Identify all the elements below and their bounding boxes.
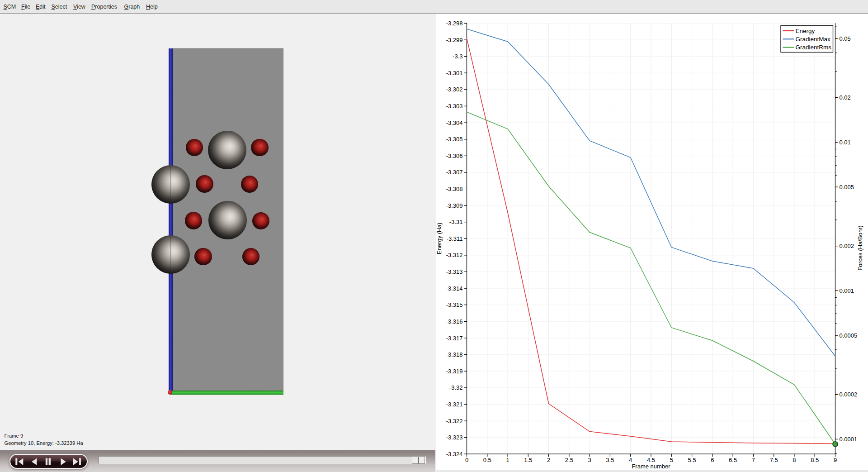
svg-text:0.0001: 0.0001 [840, 436, 858, 443]
svg-text:9: 9 [834, 457, 837, 463]
svg-text:6: 6 [711, 457, 714, 463]
svg-text:-3.312: -3.312 [446, 252, 463, 258]
svg-text:7: 7 [752, 457, 755, 463]
svg-text:-3.303: -3.303 [446, 103, 463, 110]
svg-text:-3.321: -3.321 [446, 401, 463, 408]
svg-text:6.5: 6.5 [729, 457, 737, 463]
svg-text:-3.32: -3.32 [449, 384, 463, 391]
svg-text:0.002: 0.002 [840, 243, 854, 249]
svg-text:-3.304: -3.304 [446, 119, 463, 126]
svg-text:1.5: 1.5 [524, 457, 532, 463]
svg-text:-3.298: -3.298 [446, 20, 463, 27]
svg-text:0.02: 0.02 [840, 94, 851, 101]
svg-text:Energy (Ha): Energy (Ha) [436, 223, 443, 254]
svg-text:0.005: 0.005 [840, 184, 854, 191]
svg-text:-3.315: -3.315 [446, 301, 463, 308]
svg-text:0.05: 0.05 [840, 35, 851, 42]
svg-text:0.0002: 0.0002 [840, 391, 858, 398]
svg-text:4: 4 [629, 457, 632, 463]
svg-text:Forces (Ha/Bohr): Forces (Ha/Bohr) [857, 225, 863, 271]
svg-text:GradientRms: GradientRms [796, 44, 832, 51]
svg-text:-3.3: -3.3 [453, 53, 462, 60]
svg-text:-3.319: -3.319 [446, 368, 463, 375]
svg-text:8.5: 8.5 [811, 457, 819, 463]
svg-text:0.001: 0.001 [840, 287, 854, 294]
svg-text:2: 2 [547, 457, 550, 463]
svg-text:Frame number: Frame number [632, 463, 670, 470]
svg-text:0.5: 0.5 [483, 457, 491, 463]
svg-text:GradientMax: GradientMax [796, 36, 831, 43]
svg-text:0: 0 [465, 457, 468, 463]
svg-text:-3.302: -3.302 [446, 86, 463, 93]
svg-text:-3.313: -3.313 [446, 268, 463, 275]
svg-text:-3.305: -3.305 [446, 136, 463, 143]
svg-text:-3.307: -3.307 [446, 169, 463, 176]
svg-text:-3.311: -3.311 [447, 235, 463, 242]
svg-text:5.5: 5.5 [688, 457, 696, 463]
svg-text:3.5: 3.5 [606, 457, 614, 463]
svg-text:-3.306: -3.306 [446, 153, 463, 159]
svg-text:0.0005: 0.0005 [840, 332, 858, 339]
svg-text:-3.301: -3.301 [446, 70, 463, 76]
svg-text:Energy: Energy [796, 28, 815, 34]
svg-text:-3.322: -3.322 [446, 418, 463, 424]
svg-text:-3.316: -3.316 [446, 318, 463, 325]
svg-text:3: 3 [588, 457, 591, 463]
svg-text:0.01: 0.01 [840, 139, 851, 146]
svg-text:5: 5 [670, 457, 673, 463]
svg-text:-3.324: -3.324 [446, 451, 463, 458]
svg-text:7.5: 7.5 [770, 457, 778, 463]
svg-text:-3.314: -3.314 [446, 285, 463, 292]
svg-text:2.5: 2.5 [565, 457, 573, 463]
svg-text:8: 8 [793, 457, 796, 463]
svg-text:-3.31: -3.31 [449, 219, 463, 225]
svg-text:-3.318: -3.318 [446, 351, 463, 358]
svg-text:-3.317: -3.317 [446, 335, 463, 342]
svg-text:1: 1 [506, 457, 509, 463]
svg-text:-3.323: -3.323 [446, 434, 463, 441]
svg-text:-3.309: -3.309 [446, 202, 463, 209]
svg-text:-3.299: -3.299 [446, 37, 463, 43]
svg-text:4.5: 4.5 [647, 457, 655, 463]
svg-text:-3.308: -3.308 [446, 186, 463, 192]
